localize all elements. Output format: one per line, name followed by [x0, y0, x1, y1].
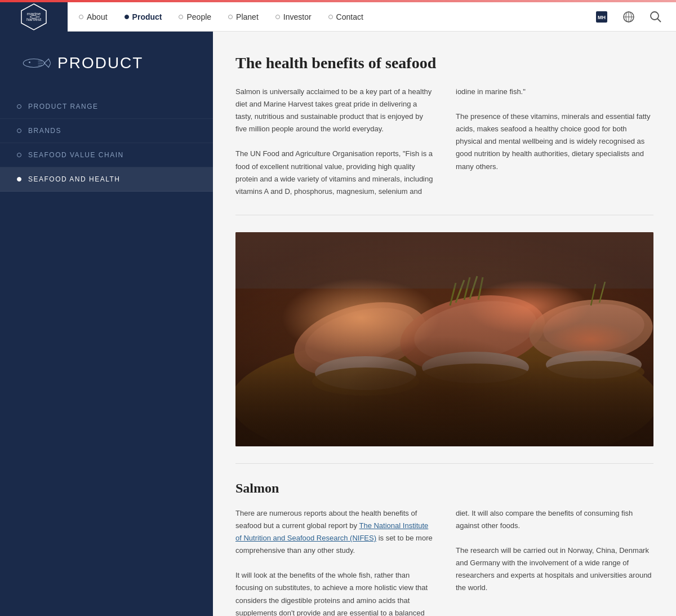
svg-line-26: [456, 280, 464, 303]
logo-hex: marine harvest: [20, 3, 48, 31]
nav-label-product: Product: [132, 12, 162, 21]
salmon-para-2: It will look at the benefits of the whol…: [235, 569, 433, 616]
svg-rect-17: [235, 232, 653, 446]
salmon-text-columns: There are numerous reports about the hea…: [235, 507, 653, 616]
svg-point-21: [315, 356, 416, 390]
nav-planet[interactable]: Planet: [228, 12, 259, 21]
salmon-para-right-bottom: The research will be carried out in Norw…: [456, 544, 653, 594]
nav-dot-about: [79, 15, 83, 19]
main-nav: About Product People Planet Investor Con…: [68, 12, 593, 21]
sidebar-bullet-brands: [17, 128, 21, 133]
svg-point-10: [651, 12, 659, 20]
intro-para-right-bottom: The presence of these vitamins, minerals…: [456, 110, 653, 172]
page-heading: The health benefits of seafood: [235, 54, 653, 72]
globe-icon: [622, 11, 635, 23]
sidebar-bullet-seafood-health: [17, 177, 21, 181]
fish-icon: [17, 55, 51, 72]
sidebar-menu: PRODUCT RANGE BRANDS SEAFOOD VALUE CHAIN…: [0, 95, 213, 192]
nav-about[interactable]: About: [79, 12, 108, 21]
svg-line-35: [599, 282, 605, 303]
nav-label-investor: Investor: [283, 12, 312, 21]
svg-point-3: [38, 16, 39, 17]
salmon-para-right-top: diet. It will also compare the benefits …: [456, 507, 653, 532]
svg-point-37: [543, 361, 644, 383]
nav-dot-product: [124, 15, 129, 19]
salmon-para-1: There are numerous reports about the hea…: [235, 507, 433, 557]
globe-icon-btn[interactable]: [620, 8, 638, 26]
nav-dot-planet: [228, 15, 233, 19]
divider-1: [235, 215, 653, 215]
intro-col-left: Salmon is universally acclaimed to be a …: [235, 86, 433, 198]
content-area: The health benefits of seafood Salmon is…: [213, 32, 676, 616]
sidebar-item-seafood-health[interactable]: SEAFOOD AND HEALTH: [0, 167, 213, 192]
intro-text-columns: Salmon is universally acclaimed to be a …: [235, 86, 653, 198]
sidebar-item-seafood-value-chain[interactable]: SEAFOOD VALUE CHAIN: [0, 143, 213, 167]
sidebar-label-seafood-health: SEAFOOD AND HEALTH: [28, 175, 120, 183]
sidebar-item-product-range[interactable]: PRODUCT RANGE: [0, 95, 213, 119]
svg-point-13: [29, 61, 30, 63]
svg-rect-38: [235, 232, 653, 446]
logo-area[interactable]: marine harvest: [0, 2, 68, 32]
svg-point-32: [527, 294, 653, 367]
salmon-image: [235, 232, 653, 446]
svg-point-23: [394, 285, 552, 382]
svg-line-29: [478, 277, 483, 300]
nav-dot-investor: [275, 15, 280, 19]
svg-point-18: [235, 334, 653, 446]
nav-people[interactable]: People: [179, 12, 211, 21]
svg-line-25: [450, 283, 456, 305]
nav-dot-contact: [328, 15, 333, 19]
sidebar-product-header: PRODUCT: [0, 43, 213, 83]
sidebar-label-brands: BRANDS: [28, 127, 61, 135]
sidebar-bullet-seafood-value-chain: [17, 153, 21, 157]
nav-dot-people: [179, 15, 183, 19]
mh-icon-btn[interactable]: MH: [593, 8, 611, 26]
header: marine harvest About Product People Plan…: [0, 2, 676, 32]
sidebar-product-title: PRODUCT: [57, 54, 143, 72]
svg-rect-39: [235, 232, 653, 289]
sidebar: PRODUCT PRODUCT RANGE BRANDS SEAFOOD VAL…: [0, 32, 213, 616]
svg-point-19: [286, 289, 434, 389]
salmon-col-right: diet. It will also compare the benefits …: [456, 507, 653, 616]
nav-contact[interactable]: Contact: [328, 12, 363, 21]
svg-point-20: [299, 297, 421, 375]
nav-label-about: About: [87, 12, 108, 21]
intro-para-right-top: iodine in marine fish.": [456, 86, 653, 98]
main-layout: PRODUCT PRODUCT RANGE BRANDS SEAFOOD VAL…: [0, 32, 676, 616]
svg-line-27: [464, 277, 470, 300]
svg-text:MH: MH: [598, 15, 606, 20]
svg-point-22: [312, 367, 419, 396]
svg-line-28: [470, 276, 477, 299]
intro-para-1: Salmon is universally acclaimed to be a …: [235, 86, 433, 135]
svg-line-34: [591, 284, 595, 305]
svg-point-36: [546, 351, 642, 379]
sidebar-label-product-range: PRODUCT RANGE: [28, 103, 99, 110]
search-icon: [650, 11, 662, 23]
nav-label-planet: Planet: [236, 12, 259, 21]
nav-label-contact: Contact: [336, 12, 363, 21]
nav-label-people: People: [186, 12, 211, 21]
svg-point-31: [419, 364, 532, 388]
salmon-image-svg: [235, 232, 653, 446]
svg-point-30: [422, 352, 529, 383]
top-bar: [0, 0, 676, 2]
sidebar-label-seafood-value-chain: SEAFOOD VALUE CHAIN: [28, 151, 124, 159]
svg-text:harvest: harvest: [26, 17, 42, 22]
search-icon-btn[interactable]: [647, 8, 665, 26]
divider-2: [235, 463, 653, 464]
sidebar-item-brands[interactable]: BRANDS: [0, 119, 213, 143]
mh-icon: MH: [595, 10, 608, 24]
svg-point-24: [410, 293, 541, 370]
intro-para-2: The UN Food and Agriculture Organisation…: [235, 148, 433, 197]
nav-product[interactable]: Product: [124, 12, 162, 21]
sidebar-bullet-product-range: [17, 104, 21, 109]
salmon-col-left: There are numerous reports about the hea…: [235, 507, 433, 616]
header-icons: MH: [593, 8, 676, 26]
svg-point-33: [541, 300, 647, 356]
nav-investor[interactable]: Investor: [275, 12, 312, 21]
intro-col-right: iodine in marine fish." The presence of …: [456, 86, 653, 198]
svg-line-11: [657, 19, 661, 22]
salmon-section-heading: Salmon: [235, 481, 653, 496]
